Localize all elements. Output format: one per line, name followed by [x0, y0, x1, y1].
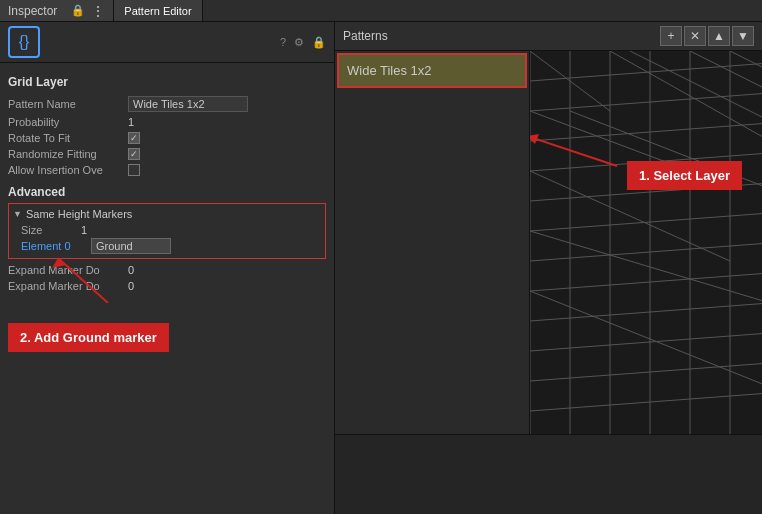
rotate-to-fit-checkbox[interactable]: ✓: [128, 132, 140, 144]
markers-header: ▼ Same Height Markers: [13, 208, 321, 220]
svg-line-7: [530, 201, 762, 231]
inspector-panel: {} ? ⚙ 🔒 Grid Layer Pattern Name Probabi…: [0, 22, 335, 514]
pattern-name-input[interactable]: [128, 96, 248, 112]
element-value: Ground: [91, 238, 171, 254]
patterns-list: Wide Tiles 1x2: [335, 51, 530, 434]
randomize-fitting-checkbox[interactable]: ✓: [128, 148, 140, 160]
move-up-button[interactable]: ▲: [708, 26, 730, 46]
inspector-header: {} ? ⚙ 🔒: [0, 22, 334, 63]
remove-pattern-button[interactable]: ✕: [684, 26, 706, 46]
same-height-markers-label: Same Height Markers: [26, 208, 132, 220]
advanced-title: Advanced: [8, 185, 326, 199]
select-layer-annotation: 1. Select Layer: [627, 161, 742, 190]
probability-label: Probability: [8, 116, 128, 128]
element-row: Element 0 Ground: [13, 238, 321, 254]
select-layer-annotation-container: 1. Select Layer: [627, 161, 742, 190]
svg-line-12: [530, 351, 762, 381]
select-layer-arrow: [530, 126, 627, 176]
grid-layer-title: Grid Layer: [8, 75, 326, 89]
pattern-list-item[interactable]: Wide Tiles 1x2: [337, 53, 527, 88]
annotation-2-arrow: [48, 253, 128, 303]
size-row: Size 1: [13, 224, 321, 236]
help-icon[interactable]: ?: [280, 36, 286, 49]
inspector-tab[interactable]: Inspector 🔒 ⋮: [0, 0, 114, 21]
svg-line-28: [690, 51, 762, 131]
triangle-icon: ▼: [13, 209, 22, 219]
svg-line-36: [530, 136, 617, 166]
dots-icon[interactable]: ⋮: [91, 3, 105, 19]
settings-icon[interactable]: ⚙: [294, 36, 304, 49]
pattern-editor-tab[interactable]: Pattern Editor: [114, 0, 202, 21]
bottom-panel: [335, 434, 762, 514]
allow-insertion-label: Allow Insertion Ove: [8, 164, 128, 176]
probability-row: Probability 1: [8, 115, 326, 129]
svg-line-8: [530, 231, 762, 261]
inspector-content: Grid Layer Pattern Name Probability 1 Ro…: [0, 63, 334, 514]
add-pattern-button[interactable]: +: [660, 26, 682, 46]
add-ground-marker-annotation: 2. Add Ground marker: [8, 323, 169, 352]
pattern-editor-content: Wide Tiles 1x2: [335, 51, 762, 434]
lock-icon: 🔒: [71, 4, 85, 17]
pattern-editor-header: Patterns + ✕ ▲ ▼: [335, 22, 762, 51]
rotate-to-fit-row: Rotate To Fit ✓: [8, 131, 326, 145]
element-label: Element 0: [21, 240, 91, 252]
allow-insertion-checkbox[interactable]: [128, 164, 140, 176]
annotation-2-container: 2. Add Ground marker: [8, 323, 326, 352]
allow-insertion-row: Allow Insertion Ove: [8, 163, 326, 177]
size-value: 1: [81, 224, 87, 236]
move-down-button[interactable]: ▼: [732, 26, 754, 46]
pattern-editor-panel: Patterns + ✕ ▲ ▼ Wide Tiles 1x2: [335, 22, 762, 514]
probability-value: 1: [128, 116, 326, 128]
randomize-fitting-row: Randomize Fitting ✓: [8, 147, 326, 161]
patterns-label: Patterns: [343, 29, 388, 43]
tile-view: 1. Select Layer: [530, 51, 762, 434]
svg-line-27: [610, 51, 762, 141]
grid-layer-section: Grid Layer Pattern Name Probability 1 Ro…: [8, 75, 326, 177]
expand-marker-do-value: 0: [128, 264, 134, 276]
inspector-tab-label: Inspector: [8, 4, 57, 18]
lock-icon-header[interactable]: 🔒: [312, 36, 326, 49]
svg-line-11: [530, 321, 762, 351]
svg-line-13: [530, 381, 762, 411]
svg-line-10: [530, 291, 762, 321]
svg-line-3: [530, 81, 762, 111]
rotate-to-fit-label: Rotate To Fit: [8, 132, 128, 144]
unity-icon: {}: [8, 26, 40, 58]
pattern-editor-tab-label: Pattern Editor: [124, 5, 191, 17]
tile-grid-svg: [530, 51, 762, 434]
size-label: Size: [21, 224, 81, 236]
pattern-buttons: + ✕ ▲ ▼: [660, 26, 754, 46]
pattern-name-row: Pattern Name: [8, 95, 326, 113]
same-height-markers-box: ▼ Same Height Markers Size 1 Element 0 G…: [8, 203, 326, 259]
randomize-fitting-label: Randomize Fitting: [8, 148, 128, 160]
pattern-name-label: Pattern Name: [8, 98, 128, 110]
expand-marker-do2-value: 0: [128, 280, 134, 292]
